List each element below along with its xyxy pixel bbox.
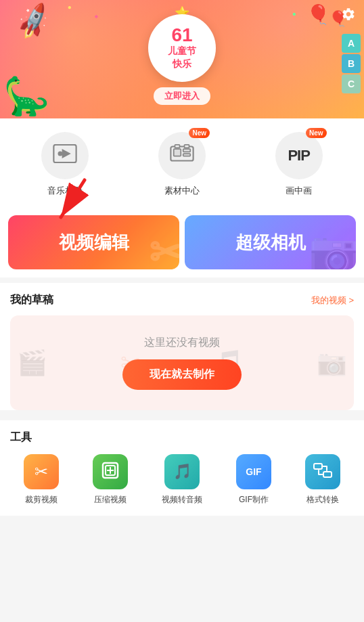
tool-video-to-audio[interactable]: 🎵 视频转音频 <box>162 454 202 506</box>
nav-item-music-album[interactable]: 音乐相册 <box>31 132 99 197</box>
super-camera-label: 超级相机 <box>235 231 306 254</box>
video-edit-button[interactable]: 视频编辑 ✂ <box>8 215 179 269</box>
svg-rect-16 <box>323 472 332 477</box>
banner-enter-button[interactable]: 立即进入 <box>154 87 210 105</box>
tools-section: 工具 ✂ 裁剪视频 压缩视频 <box>0 420 364 516</box>
banner: 🚀 🦕 ⭐ A B C 🎈 🎈 ● ■ ● 61 儿童节 快乐 立 <box>0 0 364 118</box>
tool-format-convert[interactable]: 格式转换 <box>305 454 340 506</box>
music-album-icon <box>53 144 77 168</box>
nav-item-pip[interactable]: New PIP 画中画 <box>265 132 333 197</box>
gif-make-label: GIF制作 <box>239 494 269 506</box>
nav-section: 音乐相册 New 素材中心 New PIP 画中画 <box>0 118 364 207</box>
nav-label-pip: 画中画 <box>286 185 312 197</box>
draft-empty-area: 🎬 ✂ 🎵 📷 这里还没有视频 现在就去制作 <box>10 315 354 410</box>
music-album-icon-circle <box>41 132 89 179</box>
tool-compress-video[interactable]: 压缩视频 <box>93 454 128 506</box>
tool-gif-make[interactable]: GIF GIF制作 <box>236 454 271 506</box>
svg-rect-7 <box>175 144 179 147</box>
make-video-button[interactable]: 现在就去制作 <box>122 359 242 390</box>
video-to-audio-label: 视频转音频 <box>162 494 202 506</box>
banner-circle: 61 儿童节 快乐 <box>148 14 216 82</box>
tools-title: 工具 <box>7 430 357 445</box>
video-edit-label: 视频编辑 <box>59 231 129 254</box>
material-center-icon <box>170 144 194 168</box>
draft-header: 我的草稿 我的视频 > <box>10 293 354 307</box>
draft-bg-icon-1: 🎬 <box>17 349 47 377</box>
draft-title: 我的草稿 <box>10 293 53 307</box>
compress-video-icon-box <box>93 454 128 489</box>
nav-label-music-album: 音乐相册 <box>47 185 83 197</box>
tool-cut-video[interactable]: ✂ 裁剪视频 <box>24 454 59 506</box>
svg-rect-15 <box>314 464 322 469</box>
gif-make-icon: GIF <box>246 466 261 477</box>
nav-item-material-center[interactable]: New 素材中心 <box>148 132 216 197</box>
tools-grid: ✂ 裁剪视频 压缩视频 🎵 <box>7 454 357 506</box>
video-watermark: ✂ <box>149 229 179 269</box>
material-center-icon-circle: New <box>158 132 206 179</box>
video-to-audio-icon: 🎵 <box>173 463 191 481</box>
svg-rect-5 <box>183 149 191 152</box>
compress-video-icon <box>101 462 119 483</box>
pip-text-icon: PIP <box>288 147 309 164</box>
super-camera-button[interactable]: 超级相机 📷 <box>185 215 356 269</box>
draft-bg-icon-4: 📷 <box>317 349 347 377</box>
format-convert-icon-box <box>305 454 340 489</box>
format-convert-label: 格式转换 <box>306 494 339 506</box>
draft-section: 我的草稿 我的视频 > 🎬 ✂ 🎵 📷 这里还没有视频 现在就去制作 <box>0 283 364 410</box>
dino-decoration: 🦕 <box>3 74 50 118</box>
my-videos-link[interactable]: 我的视频 > <box>311 294 354 307</box>
svg-rect-4 <box>174 149 181 156</box>
big-buttons-section: 视频编辑 ✂ 超级相机 📷 <box>0 207 364 277</box>
banner-num: 61 <box>171 26 192 45</box>
svg-point-2 <box>58 151 63 156</box>
draft-empty-text: 这里还没有视频 <box>144 336 220 350</box>
big-buttons-container: 视频编辑 ✂ 超级相机 📷 <box>0 207 364 277</box>
nav-label-material-center: 素材中心 <box>164 185 200 197</box>
gear-button[interactable] <box>341 7 356 24</box>
video-to-audio-icon-box: 🎵 <box>164 454 200 489</box>
camera-watermark: 📷 <box>309 228 356 269</box>
banner-text: 儿童节 快乐 <box>168 45 196 69</box>
cut-video-icon-box: ✂ <box>24 454 59 489</box>
svg-rect-6 <box>183 154 191 156</box>
gif-make-icon-box: GIF <box>236 454 271 489</box>
abc-blocks: A B C <box>342 34 361 93</box>
format-convert-icon <box>313 461 332 483</box>
pip-icon-circle: New PIP <box>275 132 323 179</box>
svg-rect-8 <box>184 144 189 147</box>
new-badge-material: New <box>189 128 210 138</box>
compress-video-label: 压缩视频 <box>94 494 127 506</box>
new-badge-pip: New <box>306 128 327 138</box>
banner-center[interactable]: 61 儿童节 快乐 立即进入 <box>148 14 216 105</box>
balloon-decoration: 🎈 <box>306 3 330 26</box>
cut-video-icon: ✂ <box>35 462 48 481</box>
cut-video-label: 裁剪视频 <box>25 494 58 506</box>
